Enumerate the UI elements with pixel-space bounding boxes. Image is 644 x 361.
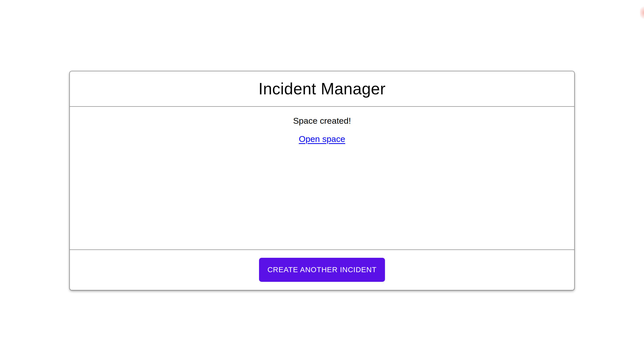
open-space-link[interactable]: Open space bbox=[299, 134, 345, 144]
page-background: Incident Manager Space created! Open spa… bbox=[0, 0, 644, 361]
page-title: Incident Manager bbox=[259, 79, 386, 98]
incident-manager-card: Incident Manager Space created! Open spa… bbox=[69, 71, 575, 290]
status-message: Space created! bbox=[70, 116, 574, 125]
screen-edge-red-artifact bbox=[640, 4, 644, 21]
card-content: Space created! Open space bbox=[70, 107, 574, 249]
create-another-incident-button[interactable]: CREATE ANOTHER INCIDENT bbox=[259, 258, 385, 282]
card-header: Incident Manager bbox=[70, 71, 574, 107]
link-row: Open space bbox=[70, 134, 574, 144]
card-footer: CREATE ANOTHER INCIDENT bbox=[70, 249, 574, 290]
